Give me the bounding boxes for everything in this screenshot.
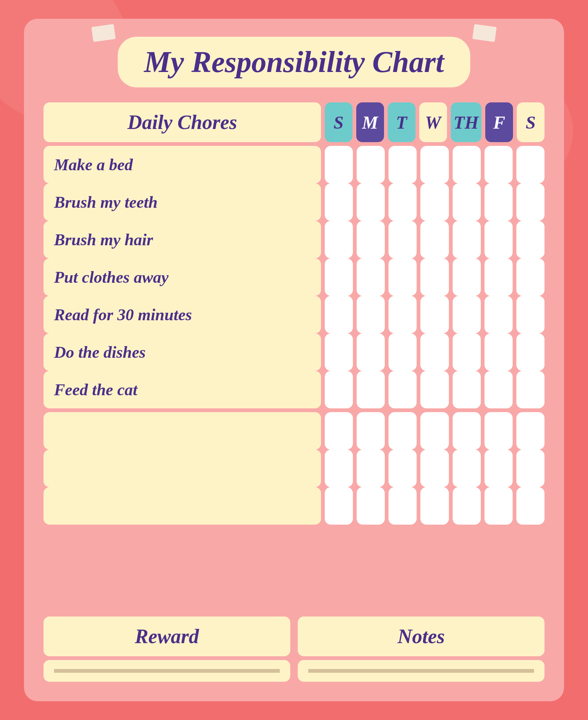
empty-checkboxes-2 xyxy=(325,487,544,525)
checkbox-5-1[interactable] xyxy=(357,333,385,371)
notes-header-box: Notes xyxy=(298,616,544,656)
day-label-1: M xyxy=(362,112,378,133)
checkbox-4-2[interactable] xyxy=(388,296,417,333)
checkbox-1-2[interactable] xyxy=(388,183,417,221)
checkbox-0-3[interactable] xyxy=(420,146,448,183)
checkbox-6-3[interactable] xyxy=(420,371,448,408)
empty-checkbox-2-5[interactable] xyxy=(484,487,513,525)
table-row: Do the dishes xyxy=(44,333,544,371)
checkbox-2-1[interactable] xyxy=(357,221,385,258)
empty-checkbox-2-1[interactable] xyxy=(357,487,385,525)
checkbox-5-0[interactable] xyxy=(325,333,353,371)
checkbox-3-4[interactable] xyxy=(453,258,481,296)
checkbox-5-6[interactable] xyxy=(516,333,544,371)
empty-table-row xyxy=(44,487,544,525)
checkbox-3-6[interactable] xyxy=(516,258,544,296)
chore-text-6: Feed the cat xyxy=(54,380,137,399)
empty-checkbox-1-3[interactable] xyxy=(420,450,448,487)
checkbox-6-6[interactable] xyxy=(516,371,544,408)
checkbox-4-0[interactable] xyxy=(325,296,353,333)
empty-checkbox-0-4[interactable] xyxy=(453,412,481,450)
day-header-4: TH xyxy=(451,102,482,142)
checkbox-6-2[interactable] xyxy=(388,371,417,408)
day-header-5: F xyxy=(485,102,513,142)
empty-checkbox-2-4[interactable] xyxy=(453,487,481,525)
checkbox-3-2[interactable] xyxy=(388,258,417,296)
empty-checkbox-0-2[interactable] xyxy=(388,412,417,450)
writing-line xyxy=(54,672,280,673)
chores-label: Daily Chores xyxy=(128,111,237,134)
empty-checkbox-1-2[interactable] xyxy=(388,450,417,487)
chore-text-5: Do the dishes xyxy=(54,343,146,362)
empty-checkbox-2-0[interactable] xyxy=(325,487,353,525)
table-row: Read for 30 minutes xyxy=(44,296,544,333)
empty-checkbox-0-5[interactable] xyxy=(484,412,513,450)
reward-lines-box xyxy=(44,660,290,682)
reward-label: Reward xyxy=(135,625,199,648)
checkbox-6-0[interactable] xyxy=(325,371,353,408)
checkbox-2-2[interactable] xyxy=(388,221,417,258)
checkbox-1-1[interactable] xyxy=(357,183,385,221)
checkbox-0-0[interactable] xyxy=(325,146,353,183)
responsibility-chart: My Responsibility Chart Daily Chores SMT… xyxy=(24,19,564,701)
checkbox-2-3[interactable] xyxy=(420,221,448,258)
empty-checkbox-1-4[interactable] xyxy=(453,450,481,487)
empty-checkbox-0-1[interactable] xyxy=(357,412,385,450)
empty-chore-1 xyxy=(44,450,321,487)
checkbox-4-1[interactable] xyxy=(357,296,385,333)
empty-checkbox-2-6[interactable] xyxy=(516,487,544,525)
tape-right xyxy=(472,24,497,42)
empty-checkbox-1-1[interactable] xyxy=(357,450,385,487)
chore-checkboxes-2 xyxy=(325,221,544,258)
chore-name-2: Brush my hair xyxy=(44,221,321,258)
empty-checkbox-1-6[interactable] xyxy=(516,450,544,487)
empty-checkbox-0-6[interactable] xyxy=(516,412,544,450)
checkbox-6-4[interactable] xyxy=(453,371,481,408)
table-row: Put clothes away xyxy=(44,258,544,296)
checkbox-6-1[interactable] xyxy=(357,371,385,408)
checkbox-2-6[interactable] xyxy=(516,221,544,258)
empty-chore-0 xyxy=(44,412,321,450)
checkbox-4-4[interactable] xyxy=(453,296,481,333)
checkbox-6-5[interactable] xyxy=(484,371,513,408)
checkbox-0-5[interactable] xyxy=(484,146,513,183)
checkbox-5-4[interactable] xyxy=(453,333,481,371)
empty-checkboxes-1 xyxy=(325,450,544,487)
checkbox-0-4[interactable] xyxy=(453,146,481,183)
checkbox-0-2[interactable] xyxy=(388,146,417,183)
empty-checkbox-1-5[interactable] xyxy=(484,450,513,487)
writing-line xyxy=(308,672,534,673)
checkbox-4-5[interactable] xyxy=(484,296,513,333)
empty-checkbox-2-3[interactable] xyxy=(420,487,448,525)
checkbox-3-0[interactable] xyxy=(325,258,353,296)
checkbox-2-0[interactable] xyxy=(325,221,353,258)
empty-checkbox-0-0[interactable] xyxy=(325,412,353,450)
checkbox-1-5[interactable] xyxy=(484,183,513,221)
chore-checkboxes-6 xyxy=(325,371,544,408)
checkbox-0-6[interactable] xyxy=(516,146,544,183)
chore-name-3: Put clothes away xyxy=(44,258,321,296)
checkbox-1-0[interactable] xyxy=(325,183,353,221)
empty-checkbox-1-0[interactable] xyxy=(325,450,353,487)
checkbox-3-5[interactable] xyxy=(484,258,513,296)
checkbox-2-4[interactable] xyxy=(453,221,481,258)
notes-lines-box xyxy=(298,660,544,682)
checkbox-3-1[interactable] xyxy=(357,258,385,296)
checkbox-3-3[interactable] xyxy=(420,258,448,296)
chore-checkboxes-4 xyxy=(325,296,544,333)
title-box: My Responsibility Chart xyxy=(118,37,470,87)
day-header-6: S xyxy=(517,102,544,142)
empty-checkbox-2-2[interactable] xyxy=(388,487,417,525)
empty-checkbox-0-3[interactable] xyxy=(420,412,448,450)
checkbox-1-3[interactable] xyxy=(420,183,448,221)
days-header: SMTWTHFS xyxy=(325,102,544,142)
checkbox-5-5[interactable] xyxy=(484,333,513,371)
checkbox-4-6[interactable] xyxy=(516,296,544,333)
checkbox-2-5[interactable] xyxy=(484,221,513,258)
checkbox-5-3[interactable] xyxy=(420,333,448,371)
checkbox-1-4[interactable] xyxy=(453,183,481,221)
checkbox-5-2[interactable] xyxy=(388,333,417,371)
checkbox-0-1[interactable] xyxy=(357,146,385,183)
checkbox-4-3[interactable] xyxy=(420,296,448,333)
checkbox-1-6[interactable] xyxy=(516,183,544,221)
